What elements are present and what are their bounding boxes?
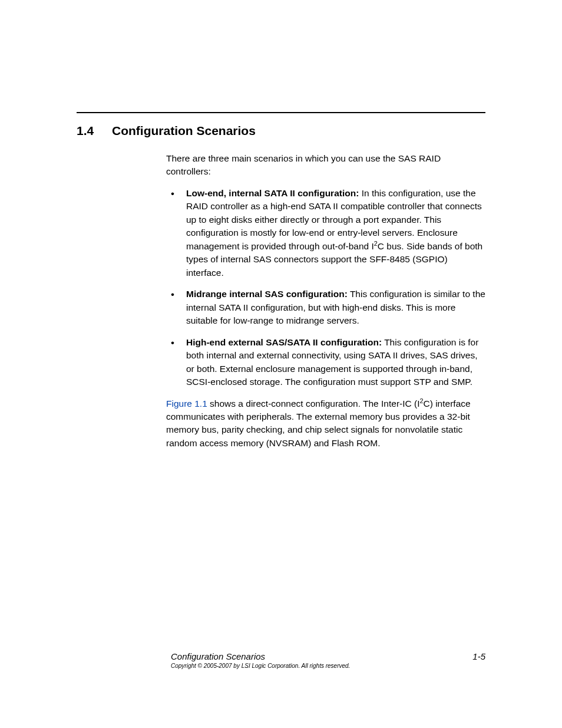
figure-link[interactable]: Figure 1.1 [166,398,207,409]
footer-copyright: Copyright © 2005-2007 by LSI Logic Corpo… [171,663,485,669]
footer-section: Configuration Scenarios [171,651,265,661]
intro-paragraph: There are three main scenarios in which … [166,152,485,179]
section-number: 1.4 [77,124,112,138]
section-title: Configuration Scenarios [112,124,256,138]
list-item: Midrange internal SAS configuration: Thi… [166,288,485,327]
page-footer: Configuration Scenarios 1-5 Copyright © … [171,651,485,669]
document-page: 1.4 Configuration Scenarios There are th… [0,0,562,728]
bullet-label: Midrange internal SAS configuration: [186,289,348,299]
list-item: Low-end, internal SATA II configuration:… [166,187,485,279]
section-heading: 1.4 Configuration Scenarios [77,124,485,138]
closing-before: shows a direct-connect configuration. Th… [207,398,420,409]
body-text: There are three main scenarios in which … [166,152,485,450]
bullet-label: Low-end, internal SATA II configuration: [186,188,359,198]
bullet-list: Low-end, internal SATA II configuration:… [166,187,485,389]
bullet-label: High-end external SAS/SATA II configurat… [186,337,382,347]
horizontal-rule [77,112,485,113]
list-item: High-end external SAS/SATA II configurat… [166,336,485,389]
footer-line: Configuration Scenarios 1-5 [171,651,485,661]
closing-paragraph: Figure 1.1 shows a direct-connect config… [166,397,485,450]
footer-page-number: 1-5 [472,651,485,661]
